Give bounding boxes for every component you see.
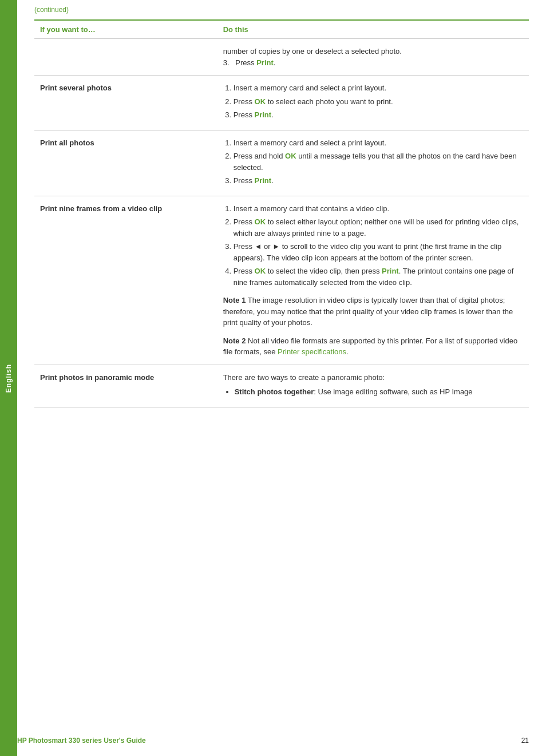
note-1-text: The image resolution in video clips is t… <box>223 296 513 327</box>
note-2-end: . <box>346 347 349 356</box>
list-item: Insert a memory card and select a print … <box>234 137 523 149</box>
intro-text: number of copies by one or deselect a se… <box>223 47 402 56</box>
footer: HP Photosmart 330 series User's Guide 21 <box>17 737 529 745</box>
main-table: If you want to… Do this number of copies… <box>34 19 529 407</box>
list-item: Press Print. <box>234 175 523 187</box>
main-content: (continued) If you want to… Do this numb… <box>17 0 546 425</box>
table-row: Print several photos Insert a memory car… <box>34 76 529 130</box>
steps-list-all: Insert a memory card and select a print … <box>234 137 523 187</box>
list-item: Press OK to select each photo you want t… <box>234 96 523 108</box>
list-item: Press Print. <box>234 109 523 121</box>
ok-link: OK <box>285 152 296 160</box>
list-item: Press OK to select either layout option;… <box>234 216 523 239</box>
print-link: Print <box>255 176 272 185</box>
panoramic-bullets: Stitch photos together: Use image editin… <box>235 386 523 398</box>
sidebar-label: English <box>5 363 13 392</box>
left-cell-panoramic: Print photos in panoramic mode <box>34 365 217 407</box>
stitch-bold: Stitch photos together <box>235 387 314 396</box>
footer-title: HP Photosmart 330 series User's Guide <box>17 737 146 745</box>
list-item: Insert a memory card and select a print … <box>234 82 523 94</box>
note-2-label: Note 2 <box>223 337 246 345</box>
table-row: Print photos in panoramic mode There are… <box>34 365 529 407</box>
list-item: Stitch photos together: Use image editin… <box>235 386 523 398</box>
left-cell-intro <box>34 39 217 76</box>
ok-link: OK <box>255 97 266 106</box>
print-link: Print <box>255 110 272 119</box>
left-cell-nine: Print nine frames from a video clip <box>34 196 217 365</box>
stitch-text: : Use image editing software, such as HP… <box>314 387 472 396</box>
table-row: number of copies by one or deselect a se… <box>34 39 529 76</box>
list-item: Press OK to select the video clip, then … <box>234 266 523 288</box>
printer-specs-link[interactable]: Printer specifications <box>278 347 346 356</box>
right-cell-panoramic: There are two ways to create a panoramic… <box>217 365 529 407</box>
sidebar: English <box>0 0 17 756</box>
col-right-header: Do this <box>217 20 529 39</box>
table-row: Print nine frames from a video clip Inse… <box>34 196 529 365</box>
steps-list-several: Insert a memory card and select a print … <box>234 82 523 121</box>
continued-label: (continued) <box>34 6 529 16</box>
right-cell-intro: number of copies by one or deselect a se… <box>217 39 529 76</box>
panoramic-intro: There are two ways to create a panoramic… <box>223 373 385 382</box>
right-cell-all: Insert a memory card and select a print … <box>217 130 529 196</box>
page-container: English (continued) If you want to… Do t… <box>0 0 546 756</box>
col-left-header: If you want to… <box>34 20 217 39</box>
table-row: Print all photos Insert a memory card an… <box>34 130 529 196</box>
steps-list-nine: Insert a memory card that contains a vid… <box>234 203 523 288</box>
note-2-text: Not all video file formats are supported… <box>223 337 517 357</box>
note-2: Note 2 Not all video file formats are su… <box>223 335 523 358</box>
left-cell-all: Print all photos <box>34 130 217 196</box>
print-link-intro: Print <box>256 58 274 67</box>
note-1: Note 1 The image resolution in video cli… <box>223 295 523 328</box>
ok-link: OK <box>255 217 266 226</box>
right-cell-several: Insert a memory card and select a print … <box>217 76 529 130</box>
list-item: Press and hold OK until a message tells … <box>234 151 523 173</box>
print-link2: Print <box>382 267 399 275</box>
ok-link2: OK <box>255 267 266 275</box>
list-item: Insert a memory card that contains a vid… <box>234 203 523 215</box>
right-cell-nine: Insert a memory card that contains a vid… <box>217 196 529 365</box>
note-1-label: Note 1 <box>223 296 246 304</box>
page-number: 21 <box>521 737 529 745</box>
left-cell-several: Print several photos <box>34 76 217 130</box>
list-item: Press ◄ or ► to scroll to the video clip… <box>234 241 523 263</box>
